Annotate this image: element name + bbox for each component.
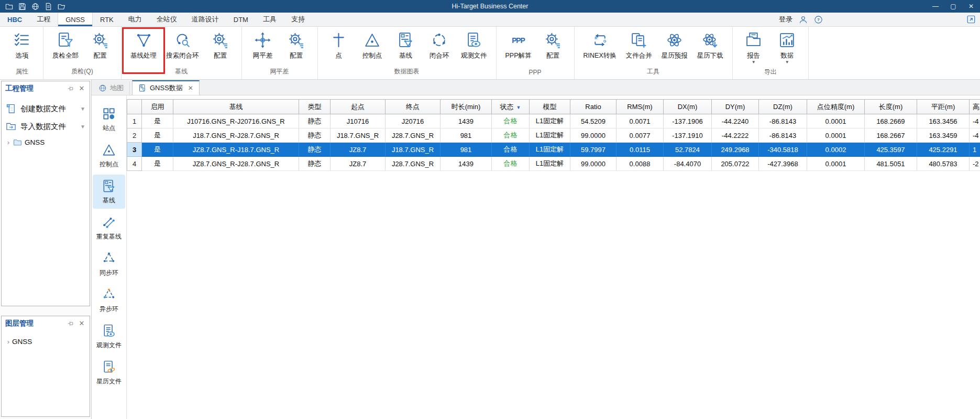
column-header-num[interactable] — [127, 100, 142, 114]
cell-end[interactable]: J28.7.GNS_R — [386, 157, 441, 171]
cell-dy[interactable]: 249.2968 — [712, 143, 759, 157]
column-header-type[interactable]: 类型 — [299, 100, 331, 114]
dropdown-caret-icon[interactable]: ▼ — [80, 124, 85, 130]
cell-type[interactable]: 静态 — [299, 143, 331, 157]
help-icon[interactable] — [814, 15, 823, 24]
cell-model[interactable]: L1固定解 — [530, 128, 570, 143]
table-row[interactable]: 2是J18.7.GNS_R-J28.7.GNS_R静态J18.7.GNS_RJ2… — [127, 128, 980, 143]
column-header-hdiff[interactable]: 高差(m) — [970, 100, 980, 114]
cell-status[interactable]: 合格 — [492, 128, 530, 143]
cell-baseline[interactable]: JZ8.7.GNS_R-J28.7.GNS_R — [173, 157, 299, 171]
network-adjustment-button[interactable]: 网平差 — [247, 29, 279, 61]
cell-ratio[interactable]: 59.7997 — [570, 143, 616, 157]
baseline-processing-button[interactable]: 基线处理 — [127, 29, 160, 61]
column-header-precision[interactable]: 点位精度(m) — [807, 100, 865, 114]
nav-item-stations[interactable]: 站点 — [93, 102, 125, 136]
nav-item-async-loops[interactable]: 异步环 — [93, 283, 125, 317]
net-config-button[interactable]: 配置 — [281, 29, 312, 61]
cell-enabled[interactable]: 是 — [142, 143, 173, 157]
ephemeris-download-button[interactable]: 星历下载 — [693, 29, 727, 61]
cell-length[interactable]: 481.5051 — [865, 157, 917, 171]
menu-tab-dtm[interactable]: DTM — [226, 13, 256, 26]
save-icon[interactable] — [18, 3, 26, 10]
cell-end[interactable]: J18.7.GNS_R — [386, 143, 441, 157]
chevron-right-icon[interactable]: › — [5, 138, 12, 146]
nav-item-ephemeris-files[interactable]: 星历文件 — [93, 356, 125, 390]
status-filter-icon[interactable]: ▼ — [516, 105, 521, 110]
cell-dy[interactable]: -44.2222 — [712, 128, 759, 143]
data-export-button[interactable]: 数据▼ — [772, 29, 803, 65]
cell-duration[interactable]: 981 — [441, 128, 492, 143]
cell-ratio[interactable]: 54.5209 — [570, 114, 616, 128]
point-button[interactable]: 点 — [323, 29, 355, 61]
cell-num[interactable]: 4 — [127, 157, 142, 171]
cell-start[interactable]: JZ8.7 — [331, 143, 386, 157]
globe-icon[interactable] — [31, 3, 39, 10]
import-data-file-item[interactable]: 导入数据文件 ▼ — [2, 117, 90, 135]
column-header-model[interactable]: 模型 — [530, 100, 570, 114]
cell-length[interactable]: 425.3597 — [865, 143, 917, 157]
cell-dz[interactable]: -340.5818 — [759, 143, 807, 157]
maximize-button[interactable]: ▢ — [944, 0, 962, 13]
menu-tab-support[interactable]: 支持 — [284, 13, 312, 26]
cell-dz[interactable]: -86.8143 — [759, 114, 807, 128]
cell-rms[interactable]: 0.0071 — [616, 114, 664, 128]
cell-dy[interactable]: -44.2240 — [712, 114, 759, 128]
options-button[interactable]: 选项 — [6, 29, 38, 61]
cell-duration[interactable]: 1439 — [441, 157, 492, 171]
cell-hdiff[interactable]: -4 — [970, 114, 980, 128]
control-point-button[interactable]: 控制点 — [357, 29, 388, 61]
cell-duration[interactable]: 981 — [441, 143, 492, 157]
column-header-baseline[interactable]: 基线 — [173, 100, 299, 114]
cell-baseline[interactable]: J10716.GNS_R-J20716.GNS_R — [173, 114, 299, 128]
close-icon[interactable]: ✕ — [78, 319, 86, 328]
cell-type[interactable]: 静态 — [299, 157, 331, 171]
menu-tab-tools[interactable]: 工具 — [256, 13, 284, 26]
cell-hdiff[interactable]: -2 — [970, 157, 980, 171]
cell-enabled[interactable]: 是 — [142, 128, 173, 143]
baseline-chart-button[interactable]: 基线 — [390, 29, 422, 61]
search-closed-loop-button[interactable]: 搜索闭合环 — [162, 29, 203, 61]
close-icon[interactable]: ✕ — [78, 84, 86, 93]
minimize-button[interactable]: — — [927, 0, 944, 13]
cell-end[interactable]: J20716 — [386, 114, 441, 128]
chevron-right-icon[interactable]: › — [5, 338, 12, 346]
cell-dz[interactable]: -427.3968 — [759, 157, 807, 171]
cell-rms[interactable]: 0.0077 — [616, 128, 664, 143]
cell-model[interactable]: L1固定解 — [530, 143, 570, 157]
tab-map[interactable]: 地图 — [93, 81, 130, 95]
ephemeris-forecast-button[interactable]: 星历预报 — [658, 29, 691, 61]
cell-length[interactable]: 168.2669 — [865, 114, 917, 128]
cell-hdiff[interactable]: -4 — [970, 128, 980, 143]
close-button[interactable]: ✕ — [962, 0, 980, 13]
cell-dx[interactable]: 52.7824 — [664, 143, 712, 157]
cell-baseline[interactable]: J18.7.GNS_R-J28.7.GNS_R — [173, 128, 299, 143]
menu-tab-project[interactable]: 工程 — [29, 13, 58, 26]
qc-config-button[interactable]: 配置 — [84, 29, 116, 61]
create-data-file-item[interactable]: 创建数据文件 ▼ — [2, 100, 90, 117]
menu-tab-road-design[interactable]: 道路设计 — [184, 13, 226, 26]
cell-hdist[interactable]: 425.2291 — [917, 143, 970, 157]
cell-type[interactable]: 静态 — [299, 128, 331, 143]
column-header-status[interactable]: 状态▼ — [492, 100, 530, 114]
report-button[interactable]: 报告▼ — [738, 29, 769, 65]
column-header-enabled[interactable]: 启用 — [142, 100, 173, 114]
cell-start[interactable]: J18.7.GNS_R — [331, 128, 386, 143]
column-header-dy[interactable]: DY(m) — [712, 100, 759, 114]
column-header-hdist[interactable]: 平距(m) — [917, 100, 970, 114]
column-header-dz[interactable]: DZ(m) — [759, 100, 807, 114]
cell-hdist[interactable]: 163.3459 — [917, 128, 970, 143]
cell-rms[interactable]: 0.0115 — [616, 143, 664, 157]
rinex-convert-button[interactable]: RINEX转换 — [580, 29, 620, 61]
cell-num[interactable]: 1 — [127, 114, 142, 128]
nav-item-baselines[interactable]: 基线 — [93, 175, 125, 209]
cell-precision[interactable]: 0.0001 — [807, 128, 865, 143]
cell-start[interactable]: JZ8.7 — [331, 157, 386, 171]
ppp-solve-button[interactable]: PPP解算 — [502, 29, 535, 61]
project-tree-item-gnss[interactable]: › GNSS — [2, 135, 90, 149]
nav-item-observation-files[interactable]: 观测文件 — [93, 319, 125, 353]
dropdown-caret-icon[interactable]: ▼ — [80, 106, 85, 112]
table-row[interactable]: 3是JZ8.7.GNS_R-J18.7.GNS_R静态JZ8.7J18.7.GN… — [127, 143, 980, 157]
nav-item-repeat-baselines[interactable]: 重复基线 — [93, 211, 125, 245]
cell-precision[interactable]: 0.0001 — [807, 157, 865, 171]
